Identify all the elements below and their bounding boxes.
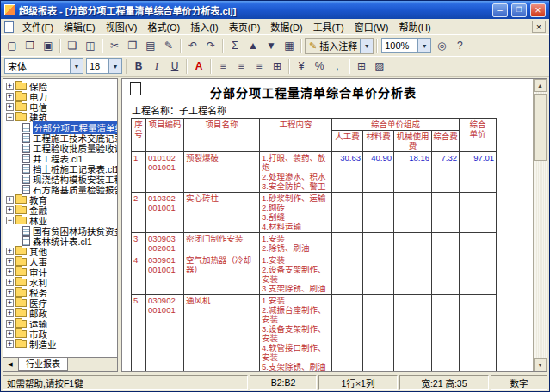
cell-unit-price[interactable] xyxy=(460,254,497,295)
tree-category[interactable]: 制造业 xyxy=(3,339,117,349)
fill-color-icon[interactable]: ▨ xyxy=(371,58,388,75)
tree-category[interactable]: 保险 xyxy=(3,81,117,91)
header-name[interactable]: 项目名称 xyxy=(184,119,260,152)
print-icon[interactable]: ❏ xyxy=(64,38,81,54)
tree-category[interactable]: 金融 xyxy=(3,205,117,215)
tree-category[interactable]: 运输 xyxy=(3,318,117,328)
cell-name[interactable]: 通风机 xyxy=(184,295,260,372)
cell-code[interactable]: 010302 001001 xyxy=(146,193,184,233)
cell-code[interactable]: 030902 001001 xyxy=(146,295,184,372)
cell-machine[interactable] xyxy=(394,193,432,233)
cell-machine[interactable]: 18.16 xyxy=(394,152,432,193)
expand-icon[interactable] xyxy=(6,258,14,266)
cell-content[interactable]: 1.砂浆制作、运输 2.砌砖 3.刮缝 4.材料运输 xyxy=(260,193,332,233)
header-unit-price[interactable]: 综合 单价 xyxy=(460,119,497,152)
tree-category[interactable]: 人事 xyxy=(3,256,117,266)
format-painter-icon[interactable]: ✎ xyxy=(160,38,177,54)
cell-labor[interactable] xyxy=(332,295,363,372)
tree-doc-item[interactable]: 森林统计表.cl1 xyxy=(3,236,117,246)
zoom-combobox[interactable]: 100% xyxy=(381,38,431,53)
header-labor[interactable]: 人工费 xyxy=(332,131,363,152)
tree-category[interactable]: 电信 xyxy=(3,101,117,112)
tree-category[interactable]: 教育 xyxy=(3,194,117,205)
cell-material[interactable] xyxy=(363,193,394,233)
merge-center-icon[interactable]: ⊞ xyxy=(269,58,286,75)
cut-icon[interactable]: ✂ xyxy=(106,38,123,54)
cell-cursor[interactable] xyxy=(130,82,141,95)
header-seq[interactable]: 序号 xyxy=(132,119,146,152)
scrollbar-thumb[interactable] xyxy=(534,94,547,161)
font-size-combobox[interactable]: 18 xyxy=(86,58,122,74)
chevron-down-icon[interactable] xyxy=(417,39,430,52)
sum-icon[interactable]: Σ xyxy=(226,38,244,54)
borders-icon[interactable]: ⊞ xyxy=(353,58,370,75)
font-combobox[interactable]: 宋体 xyxy=(4,58,83,74)
currency-icon[interactable]: ¥ xyxy=(293,58,310,75)
cell-material[interactable]: 40.90 xyxy=(363,152,394,193)
sort-descending-icon[interactable]: ▼ xyxy=(263,38,280,54)
thousand-separator-icon[interactable]: , xyxy=(329,58,346,75)
cell-machine[interactable] xyxy=(394,295,432,372)
cell-name[interactable]: 密闭门制作安装 xyxy=(184,233,260,254)
expand-icon[interactable] xyxy=(6,340,14,348)
cell-labor[interactable] xyxy=(332,193,363,233)
redo-icon[interactable]: ↷ xyxy=(202,38,219,54)
cell-code[interactable]: 030903 002001 xyxy=(146,233,184,254)
header-price-group[interactable]: 综合单价组成 xyxy=(332,119,460,131)
cell-overhead[interactable]: 7.32 xyxy=(432,152,460,193)
cell-name[interactable]: 实心砖柱 xyxy=(184,193,260,233)
expand-icon[interactable] xyxy=(6,248,14,255)
expand-icon[interactable] xyxy=(6,93,14,101)
expand-icon[interactable] xyxy=(6,289,14,297)
tree-category[interactable]: 医疗 xyxy=(3,297,117,308)
tree-doc-item[interactable]: 石方路基质量检验报告单.cl1 xyxy=(3,184,117,194)
menu-window[interactable]: 窗口(W) xyxy=(349,18,394,35)
menu-data[interactable]: 数据(D) xyxy=(265,18,307,35)
tree-category[interactable]: 其他 xyxy=(3,246,117,256)
print-preview-icon[interactable]: ◫ xyxy=(82,38,99,54)
menu-help[interactable]: 帮助(H) xyxy=(393,18,436,35)
expand-icon[interactable] xyxy=(6,279,14,286)
cell-material[interactable] xyxy=(363,254,394,295)
header-material[interactable]: 材料费 xyxy=(363,131,394,152)
cell-material[interactable] xyxy=(363,295,394,372)
new-icon[interactable]: ▢ xyxy=(3,38,21,54)
chevron-down-icon[interactable] xyxy=(360,39,373,53)
align-right-icon[interactable]: ≡ xyxy=(250,58,268,75)
scroll-down-icon[interactable] xyxy=(534,358,547,371)
align-center-icon[interactable]: ≡ xyxy=(232,58,250,75)
menu-file[interactable]: 文件(F) xyxy=(17,18,59,35)
cell-unit-price[interactable] xyxy=(460,193,497,233)
zoom-tool-icon[interactable]: ◎ xyxy=(433,38,450,54)
cell-labor[interactable] xyxy=(332,254,363,295)
cell-unit-price[interactable]: 97.01 xyxy=(460,152,497,193)
scrollbar-track[interactable] xyxy=(534,92,547,358)
cell-seq[interactable]: 4 xyxy=(132,254,146,295)
expand-icon[interactable] xyxy=(6,309,14,317)
collapse-icon[interactable] xyxy=(6,217,14,224)
cell-overhead[interactable] xyxy=(432,233,460,254)
menu-format[interactable]: 格式(O) xyxy=(142,18,185,35)
open-icon[interactable]: ❒ xyxy=(22,38,39,54)
expand-icon[interactable] xyxy=(6,206,14,214)
cell-content[interactable]: 1.安装 2.减振台座制作、安装 3.设备支架制作、安装 4.软管接口制作、安装… xyxy=(260,295,332,372)
percent-icon[interactable]: % xyxy=(311,58,328,75)
tree-category[interactable]: 水利 xyxy=(3,277,117,287)
cell-seq[interactable]: 2 xyxy=(132,193,146,233)
menu-sheet[interactable]: 表页(P) xyxy=(224,18,266,35)
minimize-button[interactable] xyxy=(492,3,508,17)
underline-icon[interactable]: U xyxy=(166,58,183,75)
undo-icon[interactable]: ↶ xyxy=(184,38,201,54)
expand-icon[interactable] xyxy=(6,103,14,111)
italic-icon[interactable]: I xyxy=(148,58,165,75)
insert-comment-button[interactable]: ✎ 插入注释 xyxy=(305,38,374,54)
font-color-icon[interactable]: A xyxy=(190,58,207,75)
tree-category[interactable]: 邮政 xyxy=(3,308,117,318)
cell-content[interactable]: 1.安装 2.设备支架制作、安装 3.支架除锈、刷油 xyxy=(260,254,332,295)
header-machine[interactable]: 机械使用费 xyxy=(394,131,432,152)
tree-category[interactable]: 审计 xyxy=(3,266,117,277)
menu-insert[interactable]: 插入(I) xyxy=(185,18,223,35)
help-icon[interactable]: ? xyxy=(451,38,468,54)
restore-button[interactable] xyxy=(511,3,527,17)
align-left-icon[interactable]: ≡ xyxy=(214,58,232,75)
